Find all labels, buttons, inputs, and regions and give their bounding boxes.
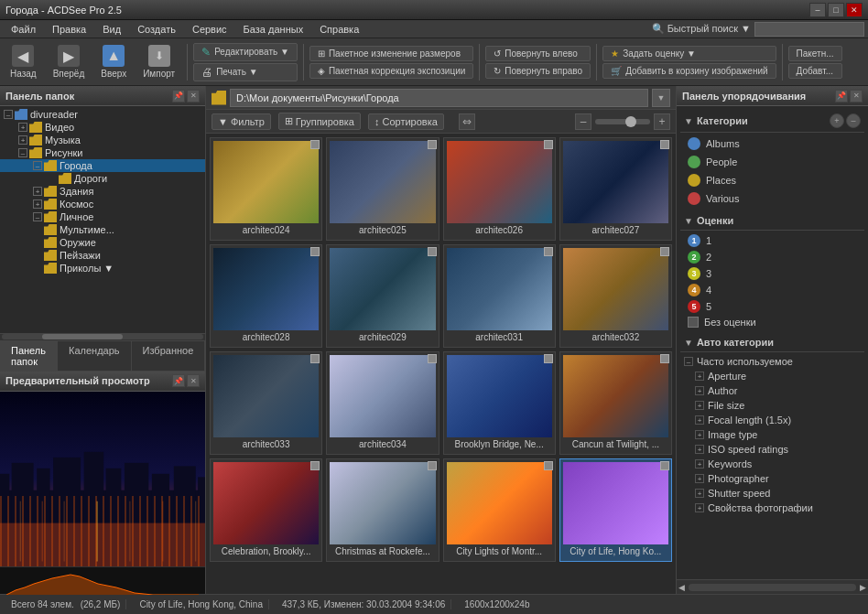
minimize-button[interactable]: – (809, 3, 826, 17)
photo-props-item[interactable]: + Свойства фотографии (680, 501, 864, 515)
batch-resize-button[interactable]: ⊞ Пакетное изменение размеров (309, 46, 473, 61)
thumb-item-16[interactable]: City of Life, Hong Ko... (559, 458, 672, 562)
file-size-item[interactable]: + File size (680, 398, 864, 413)
thumb-item-5[interactable]: architec028 (210, 244, 322, 348)
edit-button[interactable]: ✎ Редактировать ▼ (193, 43, 298, 61)
expand-personal[interactable]: – (33, 212, 42, 221)
thumb-item-7[interactable]: architec031 (443, 244, 556, 348)
keywords-item[interactable]: + Keywords (680, 457, 864, 471)
expand-divureader[interactable]: – (4, 110, 13, 119)
rating-2[interactable]: 2 2 (680, 249, 864, 265)
menu-service[interactable]: Сервис (185, 22, 234, 37)
thumb-item-12[interactable]: Cancun at Twilight, ... (559, 351, 672, 455)
right-panel-pin-button[interactable]: 📌 (835, 90, 848, 102)
expand-buildings[interactable]: + (33, 187, 42, 196)
add2-button[interactable]: Добавт... (788, 63, 842, 79)
author-item[interactable]: + Author (680, 383, 864, 398)
path-dropdown-button[interactable]: ▼ (652, 89, 670, 107)
photographer-item[interactable]: + Photographer (680, 471, 864, 486)
category-places[interactable]: Places (680, 171, 864, 189)
thumb-item-10[interactable]: architec034 (326, 351, 439, 455)
tree-item-personal[interactable]: – Личное (0, 210, 205, 223)
preview-close-button[interactable]: ✕ (187, 374, 200, 387)
sort-button[interactable]: ↕ Сортировка (368, 113, 444, 130)
search-input[interactable] (754, 22, 864, 37)
print-button[interactable]: 🖨 Печать ▼ (193, 63, 298, 81)
batch-correct-button[interactable]: ◈ Пакетная коррекция экспозиции (309, 63, 473, 79)
thumb-item-1[interactable]: architec024 (210, 137, 322, 241)
tree-item-video[interactable]: + Видео (0, 121, 205, 134)
image-type-item[interactable]: + Image type (680, 427, 864, 442)
iso-speed-expand[interactable]: + (695, 445, 704, 454)
rotate-right-button[interactable]: ↻ Повернуть вправо (485, 63, 591, 79)
menu-create[interactable]: Создать (130, 22, 183, 37)
tree-item-space[interactable]: + Космос (0, 198, 205, 210)
thumb-item-11[interactable]: Brooklyn Bridge, Ne... (443, 351, 556, 455)
zoom-slider[interactable] (595, 119, 650, 124)
tree-item-divureader[interactable]: – divureader (0, 108, 205, 121)
ratings-section-header[interactable]: ▼ Оценки (680, 211, 864, 231)
panel-close-button[interactable]: ✕ (187, 90, 200, 102)
path-input[interactable] (230, 89, 648, 107)
thumb-item-13[interactable]: Celebration, Brookly... (210, 458, 322, 562)
menu-help[interactable]: Справка (312, 22, 366, 37)
pin-button[interactable]: 📌 (172, 90, 185, 102)
set-rating-button[interactable]: ★ Задать оценку ▼ (602, 46, 776, 61)
often-used-item[interactable]: – Часто используемое (680, 354, 864, 369)
thumb-item-4[interactable]: architec027 (559, 137, 672, 241)
preview-pin-button[interactable]: 📌 (172, 374, 185, 387)
tree-item-cities[interactable]: – Города (0, 159, 205, 172)
expand-space[interactable]: + (33, 199, 42, 209)
back-button[interactable]: ◀ Назад (4, 41, 43, 83)
expand-button[interactable]: ⇔ (459, 113, 475, 130)
tree-item-pictures[interactable]: – Рисунки (0, 146, 205, 159)
group-button[interactable]: ⊞ Группировка (278, 113, 361, 130)
rotate-left-button[interactable]: ↺ Повернуть влево (485, 46, 591, 61)
menu-database[interactable]: База данных (236, 22, 311, 37)
rating-3[interactable]: 3 3 (680, 265, 864, 282)
rating-4[interactable]: 4 4 (680, 282, 864, 298)
zoom-plus-button[interactable]: + (654, 113, 670, 130)
category-various[interactable]: Various (680, 189, 864, 208)
aperture-expand[interactable]: + (695, 372, 704, 381)
tree-item-weapons[interactable]: Оружие (0, 236, 205, 249)
category-people[interactable]: People (680, 153, 864, 171)
photo-props-expand[interactable]: + (695, 503, 704, 512)
tab-folders[interactable]: Панель папок (0, 341, 58, 371)
categories-section-header[interactable]: ▼ Категории + – (680, 110, 864, 133)
up-button[interactable]: ▲ Вверх (94, 41, 133, 83)
rating-5[interactable]: 5 5 (680, 298, 864, 315)
tab-favorites[interactable]: Избранное (132, 341, 206, 371)
file-size-expand[interactable]: + (695, 401, 704, 410)
thumb-item-15[interactable]: City Lights of Montr... (443, 458, 556, 562)
thumb-item-14[interactable]: Christmas at Rockefe... (326, 458, 439, 562)
tree-item-multimedia[interactable]: Мультиме... (0, 223, 205, 236)
often-used-expand[interactable]: – (684, 357, 693, 366)
thumb-item-3[interactable]: architec026 (443, 137, 556, 241)
expand-pictures[interactable]: – (18, 148, 27, 157)
auto-categories-section-header[interactable]: ▼ Авто категории (680, 333, 864, 352)
photographer-expand[interactable]: + (695, 474, 704, 483)
packet-button[interactable]: Пакетн... (788, 46, 842, 61)
thumb-item-9[interactable]: architec033 (210, 351, 322, 455)
tree-item-buildings[interactable]: + Здания (0, 185, 205, 198)
focal-length-expand[interactable]: + (695, 415, 704, 425)
import-button[interactable]: ⬇ Импорт (136, 41, 181, 83)
author-expand[interactable]: + (695, 386, 704, 395)
maximize-button[interactable]: □ (828, 3, 844, 17)
tree-item-music[interactable]: + Музыка (0, 134, 205, 146)
rating-none[interactable]: Без оценки (680, 315, 864, 329)
thumb-item-8[interactable]: architec032 (559, 244, 672, 348)
scroll-left-btn[interactable]: ◀ (678, 583, 685, 592)
scroll-right-btn[interactable]: ▶ (860, 583, 866, 592)
right-panel-close-button[interactable]: ✕ (850, 90, 863, 102)
thumb-item-2[interactable]: architec025 (326, 137, 439, 241)
tree-item-landscapes[interactable]: Пейзажи (0, 249, 205, 262)
expand-cities[interactable]: – (33, 161, 42, 170)
forward-button[interactable]: ▶ Вперёд (47, 41, 92, 83)
categories-add-button[interactable]: + (830, 113, 844, 128)
zoom-minus-button[interactable]: – (575, 113, 591, 130)
aperture-item[interactable]: + Aperture (680, 369, 864, 383)
close-button[interactable]: ✕ (846, 3, 863, 17)
tree-item-funny[interactable]: Приколы ▼ (0, 262, 205, 275)
